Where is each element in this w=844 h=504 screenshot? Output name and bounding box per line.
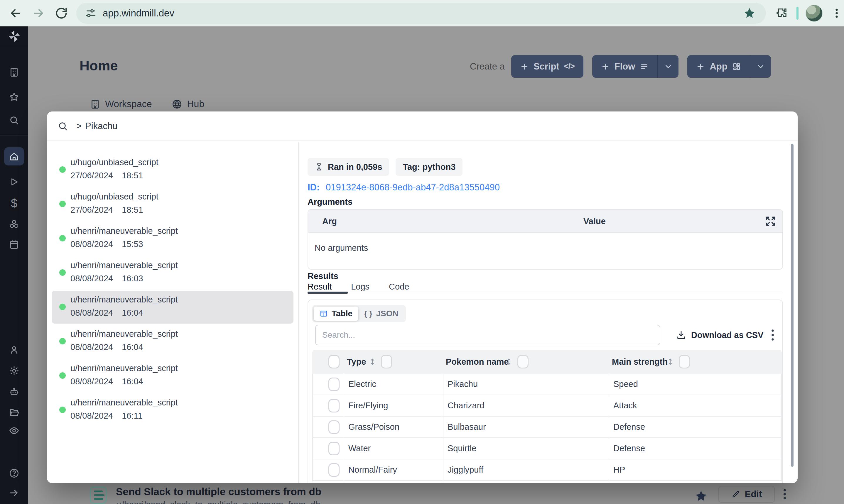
tab-workspace[interactable]: Workspace [90,98,152,109]
sidebar-item-favorites-icon[interactable] [9,92,19,102]
query-mode-prefix: > [76,121,82,131]
browser-menu-icon[interactable] [831,7,843,19]
run-list-item[interactable]: u/henri/maneuverable_script08/08/202416:… [52,325,293,358]
column-header-type[interactable]: Type [347,357,366,367]
run-list-item[interactable]: u/hugo/unbiased_script27/06/202418:51 [52,188,293,221]
run-list-item[interactable]: u/henri/maneuverable_script08/08/202416:… [52,394,293,427]
run-list-item[interactable]: u/hugo/unbiased_script27/06/202418:51 [52,154,293,186]
sidebar-item-runs-icon[interactable] [9,177,19,187]
sort-icon[interactable] [504,357,513,366]
result-table-header: Type Pokemon name [312,350,782,374]
create-script-button[interactable]: Script </> [511,55,583,78]
column-header-pokemon-name[interactable]: Pokemon name [446,357,508,367]
query-text[interactable]: Pikachu [85,121,118,131]
sidebar-item-variables-icon[interactable]: $ [9,198,19,209]
sidebar-item-audit-logs-icon[interactable] [9,426,19,436]
bookmark-star-icon[interactable] [743,7,756,20]
expand-icon[interactable] [764,215,777,228]
app-grid-icon [732,62,741,71]
row-checkbox[interactable] [328,463,340,477]
extensions-icon[interactable] [776,7,788,19]
tag-badge: Tag: python3 [396,158,463,176]
browser-back-icon[interactable] [9,6,22,20]
sidebar-item-workspace-icon[interactable] [9,67,19,77]
result-table-row[interactable]: ElectricPikachuSpeed [312,374,782,395]
sidebar-item-resources-icon[interactable] [9,219,19,229]
tab-code[interactable]: Code [389,282,409,292]
run-script-path: u/henri/maneuverable_script [70,328,290,339]
sidebar-item-home[interactable] [4,147,24,165]
result-search-input[interactable] [315,325,660,345]
toggle-json[interactable]: { } JSON [358,307,405,321]
column-filter-checkbox[interactable] [679,355,690,368]
run-list-item[interactable]: u/henri/maneuverable_script08/08/202416:… [52,291,293,324]
flow-item-title[interactable]: Send Slack to multiple customers from db [116,486,321,498]
favorite-star-icon[interactable] [694,489,708,503]
download-csv-button[interactable]: Download as CSV [676,325,764,345]
row-checkbox[interactable] [328,420,340,434]
table-options-icon[interactable] [768,328,777,342]
run-list-item[interactable]: u/henri/maneuverable_script08/08/202416:… [52,256,293,289]
url-text[interactable]: app.windmill.dev [103,7,174,19]
windmill-logo-icon[interactable] [7,29,21,43]
palette-search-bar[interactable]: > Pikachu [47,111,797,141]
row-checkbox[interactable] [328,378,340,391]
sidebar-separator [0,136,28,136]
flow-dropdown-chevron[interactable] [658,55,679,78]
run-id-line[interactable]: ID: 0191324e-8068-9edb-ab47-2d8a13550490 [308,182,500,193]
app-dropdown-chevron[interactable] [750,55,771,78]
run-success-dot [59,407,66,413]
edit-button[interactable]: Edit [718,486,775,503]
select-all-checkbox[interactable] [328,355,340,368]
result-table-row[interactable]: Grass/PoisonBulbasaurDefense [312,417,782,438]
table-border [312,374,313,481]
browser-reload-icon[interactable] [55,6,68,20]
sidebar-item-settings-icon[interactable] [9,365,19,376]
run-script-path: u/henri/maneuverable_script [70,397,290,408]
tab-hub[interactable]: Hub [172,98,204,109]
run-list-item[interactable]: u/henri/maneuverable_script08/08/202415:… [52,222,293,255]
run-detail-panel: Ran in 0,059s Tag: python3 ID: 0191324e-… [299,142,797,483]
profile-avatar[interactable] [806,5,823,22]
sidebar-separator [0,46,28,46]
toggle-table[interactable]: Table [314,307,358,321]
tab-logs[interactable]: Logs [351,282,370,292]
flow-item-menu-icon[interactable] [779,488,790,501]
site-settings-icon[interactable] [85,7,96,19]
sidebar-item-workers-icon[interactable] [9,386,19,397]
result-table-row[interactable]: Normal/FairyJigglypuffHP [312,460,782,481]
column-filter-checkbox[interactable] [517,355,528,368]
run-time: 16:03 [122,274,143,283]
row-checkbox[interactable] [328,442,340,455]
sidebar-item-search-icon[interactable] [9,115,19,126]
create-flow-button[interactable]: Flow [592,55,679,78]
browser-toolbar: app.windmill.dev [0,0,844,26]
run-id-value[interactable]: 0191324e-8068-9edb-ab47-2d8a13550490 [326,182,500,193]
sidebar-item-help-icon[interactable] [9,468,19,479]
create-app-button[interactable]: App [687,55,771,78]
sort-icon[interactable] [666,357,675,366]
arguments-title: Arguments [308,197,353,207]
run-date: 08/08/202416:11 [70,411,290,421]
column-header-main-strength[interactable]: Main strength [612,357,668,367]
result-table-row[interactable]: WaterSquirtleDefense [312,438,782,460]
run-date: 27/06/202418:51 [70,205,290,215]
detail-scrollbar[interactable] [791,144,793,467]
run-list: u/hugo/unbiased_script27/06/202418:51u/h… [47,142,299,483]
browser-forward-icon[interactable] [32,6,45,20]
result-table-row[interactable]: Fire/FlyingCharizardAttack [312,395,782,417]
cell-type: Normal/Fairy [348,465,397,475]
sidebar-item-users-icon[interactable] [9,345,19,355]
run-list-item[interactable]: u/henri/maneuverable_script08/08/202416:… [52,359,293,392]
sidebar-item-folders-icon[interactable] [9,407,19,418]
sidebar-collapse-icon[interactable] [9,488,19,498]
tab-result[interactable]: Result [308,282,331,292]
sort-icon[interactable] [368,357,377,366]
duration-badge-label: Ran in 0,059s [328,162,382,172]
cell-pokemon-name: Charizard [448,401,485,410]
row-checkbox[interactable] [328,399,340,412]
run-time: 16:04 [122,377,143,386]
column-filter-checkbox[interactable] [381,355,392,368]
sidebar-item-schedules-icon[interactable] [9,239,19,250]
url-bar[interactable]: app.windmill.dev [76,3,766,24]
